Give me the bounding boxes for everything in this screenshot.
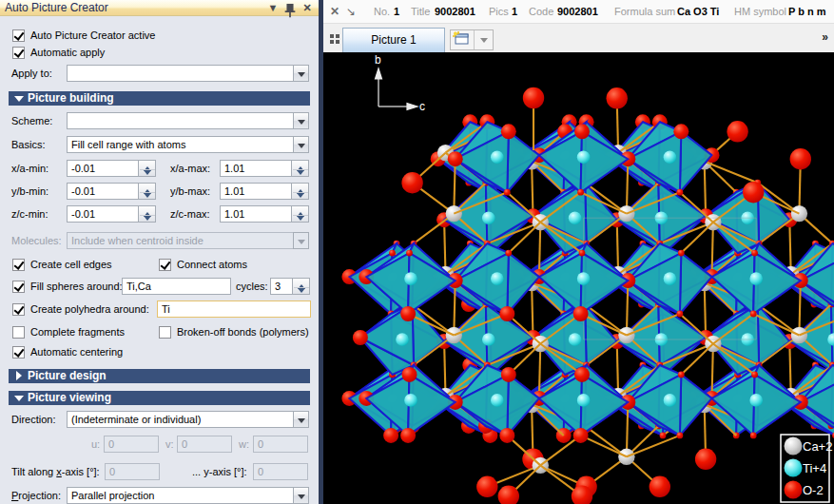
svg-text:Ca+2: Ca+2: [803, 439, 832, 454]
svg-text:O-2: O-2: [803, 483, 824, 497]
svg-text:b: b: [375, 53, 381, 67]
svg-text:Ti+4: Ti+4: [803, 461, 826, 475]
svg-text:c: c: [419, 100, 425, 113]
